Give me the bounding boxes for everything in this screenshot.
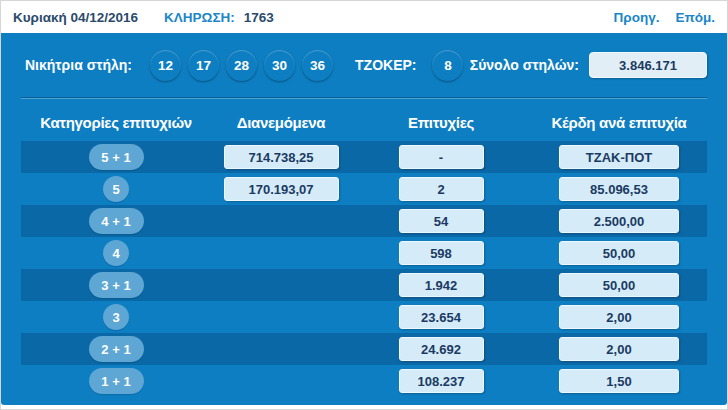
winning-column-label: Νικήτρια στήλη: xyxy=(25,57,132,73)
wins-value: 54 xyxy=(399,209,484,233)
table-row: 4 598 50,00 xyxy=(21,237,707,269)
winning-numbers-row: Νικήτρια στήλη: 12 17 28 30 36 ΤΖΟΚΕΡ: 8… xyxy=(1,33,727,97)
draw-number: 1763 xyxy=(244,10,274,25)
prize-value: 2,00 xyxy=(559,337,679,361)
category-badge: 3 xyxy=(103,304,129,330)
total-columns-group: Σύνολο στηλών: 3.846.171 xyxy=(470,52,707,78)
prize-value: 2.500,00 xyxy=(559,209,679,233)
category-badge: 4 + 1 xyxy=(89,208,144,234)
column-header-wins: Επιτυχίες xyxy=(351,114,531,131)
wins-value: 598 xyxy=(399,241,484,265)
table-row: 5 170.193,07 2 85.096,53 xyxy=(21,173,707,205)
wins-value: 2 xyxy=(399,177,484,201)
draw-date: Κυριακή 04/12/2016 xyxy=(13,10,138,25)
number-ball: 36 xyxy=(302,50,333,81)
category-badge: 5 + 1 xyxy=(89,144,144,170)
wins-value: 1.942 xyxy=(399,273,484,297)
category-badge: 2 + 1 xyxy=(89,336,144,362)
column-header-distributed: Διανεμόμενα xyxy=(211,114,351,131)
column-header-prize: Κέρδη ανά επιτυχία xyxy=(531,114,707,131)
total-columns-label: Σύνολο στηλών: xyxy=(470,57,579,73)
joker-results-page: Κυριακή 04/12/2016 ΚΛΗΡΩΣΗ: 1763 Προηγ. … xyxy=(0,0,728,410)
next-draw-link[interactable]: Επόμ. xyxy=(675,10,715,25)
table-header-row: Κατηγορίες επιτυχιών Διανεμόμενα Επιτυχί… xyxy=(21,99,707,141)
category-badge: 3 + 1 xyxy=(89,272,144,298)
draw-navigation: Προηγ. Επόμ. xyxy=(614,10,715,25)
wins-value: 108.237 xyxy=(399,369,484,393)
prize-value: 50,00 xyxy=(559,241,679,265)
table-row: 2 + 1 24.692 2,00 xyxy=(21,333,707,365)
total-columns-value: 3.846.171 xyxy=(589,52,707,78)
joker-ball: 8 xyxy=(432,50,463,81)
table-row: 5 + 1 714.738,25 - ΤΖΑΚ-ΠΟΤ xyxy=(21,141,707,173)
category-badge: 4 xyxy=(103,240,129,266)
prize-value: 50,00 xyxy=(559,273,679,297)
wins-value: 23.654 xyxy=(399,305,484,329)
category-badge: 5 xyxy=(103,176,129,202)
prize-value: 85.096,53 xyxy=(559,177,679,201)
distributed-value: 714.738,25 xyxy=(224,145,339,169)
prize-value: 1,50 xyxy=(559,369,679,393)
draw-label: ΚΛΗΡΩΣΗ: xyxy=(164,10,235,25)
previous-draw-link[interactable]: Προηγ. xyxy=(614,10,660,25)
number-ball: 28 xyxy=(226,50,257,81)
number-ball: 17 xyxy=(188,50,219,81)
table-row: 4 + 1 54 2.500,00 xyxy=(21,205,707,237)
winning-balls: 12 17 28 30 36 xyxy=(150,50,333,81)
joker-label: ΤΖΟΚΕΡ: xyxy=(355,57,416,73)
number-ball: 12 xyxy=(150,50,181,81)
top-bar: Κυριακή 04/12/2016 ΚΛΗΡΩΣΗ: 1763 Προηγ. … xyxy=(1,1,727,33)
prize-value: ΤΖΑΚ-ΠΟΤ xyxy=(559,145,679,169)
results-panel: Νικήτρια στήλη: 12 17 28 30 36 ΤΖΟΚΕΡ: 8… xyxy=(1,33,727,405)
number-ball: 30 xyxy=(264,50,295,81)
category-badge: 1 + 1 xyxy=(89,368,144,394)
wins-value: 24.692 xyxy=(399,337,484,361)
wins-value: - xyxy=(399,145,484,169)
column-header-categories: Κατηγορίες επιτυχιών xyxy=(21,114,211,131)
table-row: 3 + 1 1.942 50,00 xyxy=(21,269,707,301)
prize-value: 2,00 xyxy=(559,305,679,329)
table-row: 3 23.654 2,00 xyxy=(21,301,707,333)
table-row: 1 + 1 108.237 1,50 xyxy=(21,365,707,397)
distributed-value: 170.193,07 xyxy=(224,177,339,201)
